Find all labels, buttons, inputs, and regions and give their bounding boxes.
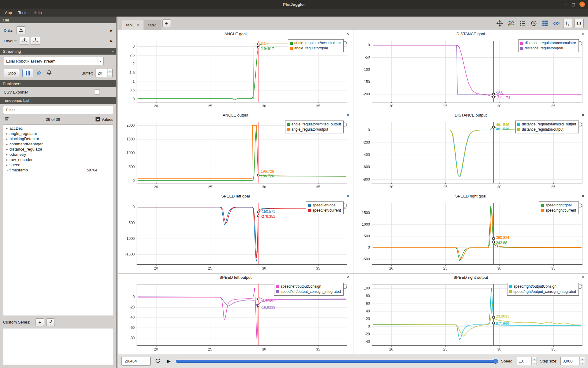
pause-stream-button[interactable]: [22, 69, 33, 77]
expander-icon[interactable]: ▸: [5, 163, 9, 167]
menu-help[interactable]: Help: [31, 9, 45, 17]
legend-entry[interactable]: speed/left/goal: [308, 203, 341, 208]
legend-entry[interactable]: speed/right/outputConsign: [509, 284, 576, 289]
legend-entry[interactable]: speed/right/goal: [541, 203, 576, 208]
tree-item-commandManager[interactable]: ▸commandManager: [5, 141, 112, 147]
timeline-track[interactable]: [176, 360, 498, 363]
expander-icon[interactable]: ▸: [5, 158, 9, 161]
expander-icon[interactable]: ▸: [5, 132, 9, 135]
spin-up-icon[interactable]: ▲: [107, 69, 112, 73]
expander-icon[interactable]: ▸: [5, 148, 9, 151]
legend-entry[interactable]: distance_regulator/accumulator: [520, 40, 576, 46]
legend-entry[interactable]: distance_regulator/limited_output: [517, 122, 576, 127]
tree-item-raw_encoder[interactable]: ▸raw_encoder: [5, 157, 112, 162]
notifications-button[interactable]: [46, 70, 53, 77]
expander-icon[interactable]: ▸: [5, 127, 9, 130]
spin-down-icon[interactable]: ▼: [107, 73, 112, 77]
spinner-arrows[interactable]: ▲▼: [107, 69, 112, 77]
expander-icon[interactable]: ▸: [5, 137, 9, 140]
csv-exporter-checkbox[interactable]: [95, 90, 100, 94]
buffer-spinner[interactable]: 20 ▲▼: [96, 69, 113, 77]
maximize-button[interactable]: ▢: [571, 2, 575, 7]
values-checkbox-icon[interactable]: [96, 117, 100, 121]
expander-icon[interactable]: ▸: [5, 143, 9, 146]
data-submenu-arrow-icon[interactable]: ▶: [110, 29, 113, 32]
plot-legend[interactable]: speed/left/outputConsignspeed/left/outpu…: [274, 283, 344, 296]
legend-entry[interactable]: speed/right/current: [541, 208, 576, 213]
values-toggle[interactable]: Values: [96, 117, 113, 122]
tab-tab1[interactable]: tab1×: [122, 20, 143, 30]
plot-close-icon[interactable]: ×: [346, 112, 349, 117]
plot-legend[interactable]: distance_regulator/accumulatordistance_r…: [518, 39, 579, 52]
spin-up-icon[interactable]: ▲: [532, 357, 537, 361]
plot-style-icon[interactable]: [507, 19, 516, 28]
minimize-button[interactable]: –: [565, 2, 567, 7]
timeseries-section-header[interactable]: Timeseries List: [0, 97, 116, 104]
layout-submenu-arrow-icon[interactable]: ▶: [110, 39, 113, 43]
collapse-icon[interactable]: -: [112, 49, 114, 54]
link-axes-icon[interactable]: [552, 19, 561, 28]
plot-canvas-area[interactable]: angle_regulator/limited_outputangle_regu…: [119, 119, 352, 191]
grid-view-icon[interactable]: [541, 19, 550, 28]
legend-entry[interactable]: speed/right/output_consign_integrated: [509, 289, 576, 294]
load-layout-button[interactable]: [20, 37, 29, 45]
plot-legend[interactable]: angle_regulator/accumulatorangle_regulat…: [288, 39, 344, 52]
add-tab-button[interactable]: +: [162, 19, 171, 27]
plot-legend[interactable]: speed/left/goalspeed/left/current: [306, 201, 344, 214]
speed-spinner[interactable]: 1,0 ▲▼: [517, 357, 537, 365]
collapse-icon[interactable]: -: [112, 17, 114, 22]
legend-entry[interactable]: speed/left/outputConsign: [276, 284, 341, 289]
time-tracker-icon[interactable]: [529, 19, 538, 28]
legend-entry[interactable]: speed/left/current: [308, 208, 341, 213]
pan-zoom-icon[interactable]: [495, 19, 504, 28]
tree-item-accDec[interactable]: ▸accDec: [5, 126, 112, 131]
tab-tab2[interactable]: tab2: [144, 20, 160, 30]
tab-close-icon[interactable]: ×: [137, 23, 139, 27]
spinner-arrows[interactable]: ▲▼: [531, 357, 537, 365]
plot-legend[interactable]: distance_regulator/limited_outputdistanc…: [515, 121, 579, 133]
tree-item-distance_regulator[interactable]: ▸distance_regulator: [5, 147, 112, 152]
tree-item-odometry[interactable]: ▸odometry: [5, 152, 112, 157]
plot-canvas-area[interactable]: angle_regulator/accumulatorangle_regulat…: [119, 38, 352, 110]
close-button[interactable]: ×: [579, 2, 585, 7]
plot-legend[interactable]: speed/right/goalspeed/right/current: [539, 201, 579, 214]
save-layout-button[interactable]: [31, 37, 40, 45]
legend-entry[interactable]: angle_regulator/accumulator: [290, 40, 341, 46]
stream-settings-button[interactable]: [106, 58, 113, 65]
plot-close-icon[interactable]: ×: [582, 274, 584, 280]
custom-series-list[interactable]: [3, 328, 113, 365]
load-data-button[interactable]: [16, 26, 25, 34]
tree-item-blockingDetector[interactable]: ▸blockingDetector: [5, 136, 112, 141]
add-custom-series-button[interactable]: +: [36, 318, 44, 326]
menu-app[interactable]: App: [2, 9, 15, 17]
stream-source-select[interactable]: Esial Robotik asserv stream ▾: [4, 57, 104, 65]
plot-canvas-area[interactable]: speed/left/goalspeed/left/current: [119, 200, 352, 272]
legend-entry[interactable]: angle_regulator/limited_output: [287, 122, 341, 127]
spin-down-icon[interactable]: ▼: [532, 361, 537, 365]
edit-custom-series-button[interactable]: [46, 318, 55, 326]
plot-close-icon[interactable]: ×: [346, 274, 349, 280]
tree-item-angle_regulator[interactable]: ▸angle_regulator: [5, 131, 112, 136]
timeseries-tree[interactable]: ▸accDec▸angle_regulator▸blockingDetector…: [3, 125, 113, 316]
plot-close-icon[interactable]: ×: [582, 31, 584, 36]
streaming-section-header[interactable]: Streaming -: [0, 48, 116, 55]
plot-close-icon[interactable]: ×: [346, 193, 349, 198]
collapse-icon[interactable]: -: [112, 81, 114, 86]
file-section-header[interactable]: File -: [0, 17, 116, 23]
time-offset-icon[interactable]: to: [563, 19, 572, 28]
loop-button[interactable]: [154, 357, 162, 365]
plot-canvas-area[interactable]: speed/right/goalspeed/right/current: [354, 200, 587, 272]
legend-entry[interactable]: angle_regulator/goal: [290, 46, 341, 51]
plot-close-icon[interactable]: ×: [582, 112, 584, 117]
plot-canvas-area[interactable]: speed/left/outputConsignspeed/left/outpu…: [119, 281, 352, 354]
plot-legend[interactable]: angle_regulator/limited_outputangle_regu…: [285, 121, 344, 133]
plot-canvas-area[interactable]: distance_regulator/limited_outputdistanc…: [354, 119, 587, 191]
expander-icon[interactable]: ▸: [5, 153, 9, 156]
menu-tools[interactable]: Tools: [15, 9, 30, 17]
plot-legend[interactable]: speed/right/outputConsignspeed/right/out…: [507, 283, 579, 296]
tree-item-speed[interactable]: ▸speed: [5, 162, 112, 167]
legend-entry[interactable]: angle_regulator/output: [287, 127, 341, 132]
legend-icon[interactable]: [518, 19, 527, 28]
legend-entry[interactable]: speed/left/output_consign_integrated: [276, 289, 341, 294]
filter-input[interactable]: [3, 106, 113, 114]
